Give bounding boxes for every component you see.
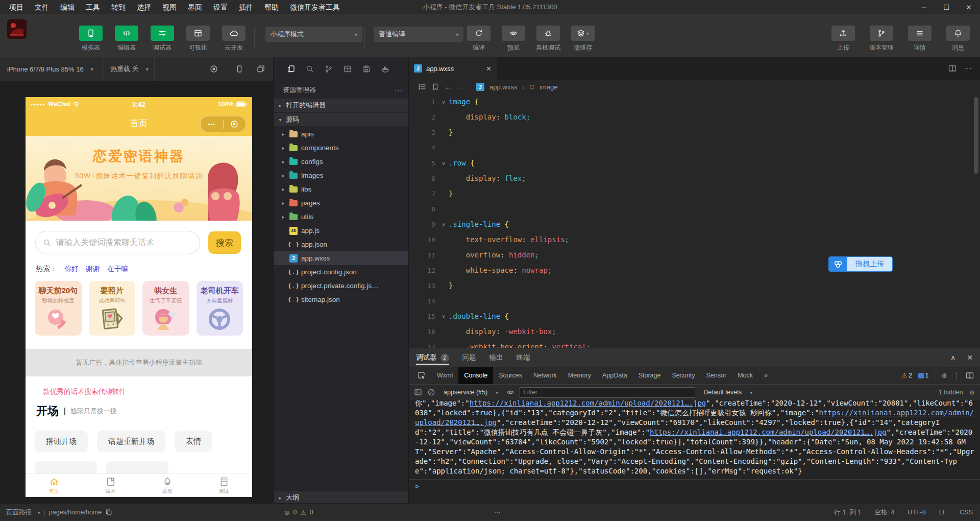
menu-item-9[interactable]: 插件 xyxy=(234,0,258,14)
messages-button[interactable]: 消息 xyxy=(942,26,974,52)
file-app.json[interactable]: {﹒}app.json xyxy=(274,238,409,251)
sidebar-toggle-icon[interactable] xyxy=(414,388,422,396)
console-link[interactable]: https://xinlianai.app1212.com/admin/uplo… xyxy=(470,400,706,407)
clear-cache-button[interactable]: ▾清缓存 xyxy=(568,26,598,52)
fold-chevron-icon[interactable]: ∨ xyxy=(438,222,449,227)
refresh-icon[interactable] xyxy=(185,63,196,75)
code-line-2[interactable]: 2 display: block; xyxy=(409,109,980,125)
menu-item-10[interactable]: 帮助 xyxy=(259,0,284,14)
menu-item-7[interactable]: 界面 xyxy=(183,0,207,14)
multi-window-icon[interactable] xyxy=(255,63,266,75)
code-line-13[interactable]: 13} xyxy=(409,278,980,293)
project-logo[interactable] xyxy=(7,19,27,39)
execution-context-select[interactable]: appservice (#5) ▾ xyxy=(440,388,501,397)
inspect-icon[interactable] xyxy=(412,367,431,384)
close-button[interactable]: ✕ xyxy=(958,0,980,14)
indent-setting[interactable]: 空格: 4 xyxy=(874,508,894,517)
kebab-menu-icon[interactable]: ⋮ xyxy=(953,372,960,380)
exit-miniprogram-button[interactable] xyxy=(224,116,246,132)
rotate-device-icon[interactable] xyxy=(234,63,245,75)
bookmark-icon[interactable] xyxy=(431,83,439,91)
file-project.private.config.js[interactable]: {﹒}project.private.config.js… xyxy=(274,279,409,293)
menu-item-5[interactable]: 选择 xyxy=(132,0,156,14)
split-editor-icon[interactable] xyxy=(948,64,957,73)
page-path-select[interactable]: 页面路径 ▾ xyxy=(6,508,40,517)
compile-mode-select[interactable]: 普通编译 ▾ xyxy=(374,27,463,42)
breadcrumb-symbol[interactable]: image xyxy=(540,83,557,91)
eol[interactable]: LF xyxy=(939,509,947,516)
category-card-3[interactable]: 老司机开车方向盘握好 xyxy=(197,281,243,336)
hot-link-2[interactable]: 在干嘛 xyxy=(107,265,129,274)
devtools-tab-wxml[interactable]: Wxml xyxy=(431,367,458,384)
debugger-tab-output[interactable]: 输出 xyxy=(489,348,503,367)
cursor-position[interactable]: 行 1, 列 1 xyxy=(835,508,862,517)
hot-reload-toggle[interactable]: 热重载 关 ▾ xyxy=(110,57,149,81)
compile-button[interactable]: 编译 xyxy=(463,26,494,52)
code-line-3[interactable]: 3} xyxy=(409,125,980,140)
collapse-panel-icon[interactable]: ∧ xyxy=(950,353,955,362)
file-utils[interactable]: ▸utils xyxy=(274,210,409,224)
live-expression-icon[interactable] xyxy=(506,388,514,396)
grid-icon[interactable] xyxy=(344,65,352,73)
phone-tab-scripts[interactable]: 话术 xyxy=(82,474,139,497)
more-actions-icon[interactable]: ··· xyxy=(395,86,403,94)
menu-item-3[interactable]: 工具 xyxy=(81,0,105,14)
code-line-7[interactable]: 7} xyxy=(409,186,980,201)
tab-app-wxss[interactable]: 3 app.wxss ✕ xyxy=(409,57,497,80)
menu-item-6[interactable]: 视图 xyxy=(157,0,182,14)
file-project.config.json[interactable]: {﹒}project.config.json xyxy=(274,265,409,279)
remote-debug-button[interactable]: 真机调试 xyxy=(533,26,564,52)
file-configs[interactable]: ▸configs xyxy=(274,155,409,169)
menu-item-1[interactable]: 文件 xyxy=(30,0,54,14)
code-line-4[interactable]: 4 xyxy=(409,140,980,155)
close-icon[interactable]: ✕ xyxy=(486,65,492,73)
devtools-tab-appdata[interactable]: AppData xyxy=(597,367,633,384)
file-apis[interactable]: ▸apis xyxy=(274,127,409,141)
code-line-10[interactable]: 10 text-overflow: ellipsis; xyxy=(409,232,980,247)
search-icon[interactable] xyxy=(306,65,314,73)
code-line-5[interactable]: 5∨.row { xyxy=(409,155,980,171)
language-mode[interactable]: CSS xyxy=(960,509,973,516)
phone-tab-home[interactable]: 首页 xyxy=(26,474,82,497)
devtools-tab-sensor[interactable]: Sensor xyxy=(701,367,732,384)
code-line-12[interactable]: 12 white-space: nowrap; xyxy=(409,263,980,278)
editor-button[interactable]: 编辑器 xyxy=(111,26,142,52)
log-levels-select[interactable]: Default levels ▾ xyxy=(700,388,755,397)
debugger-tab-terminal[interactable]: 终端 xyxy=(517,348,530,367)
editor-scrollbar[interactable] xyxy=(974,97,978,174)
devtools-tab-sources[interactable]: Sources xyxy=(493,367,528,384)
code-line-8[interactable]: 8 xyxy=(409,201,980,217)
file-libs[interactable]: ▸libs xyxy=(274,182,409,196)
file-components[interactable]: ▸components xyxy=(274,141,409,155)
file-sitemap.json[interactable]: {﹒}sitemap.json xyxy=(274,293,409,306)
file-app.wxss[interactable]: 3app.wxss xyxy=(274,251,409,265)
console-filter-input[interactable] xyxy=(520,387,695,398)
menu-item-2[interactable]: 编辑 xyxy=(55,0,80,14)
more-actions-icon[interactable]: ··· xyxy=(494,504,501,521)
copy-icon[interactable] xyxy=(105,509,112,516)
code-line-17[interactable]: 17 -webkit-box-orient: vertical; xyxy=(409,339,980,348)
visualization-button[interactable]: 可视化 xyxy=(183,26,213,52)
preview-button[interactable]: 预览 xyxy=(498,26,529,52)
minimize-button[interactable]: ─ xyxy=(913,0,935,14)
clear-console-icon[interactable] xyxy=(427,388,435,396)
devtools-tab-network[interactable]: Network xyxy=(528,367,562,384)
outline-list-icon[interactable] xyxy=(418,83,426,91)
quick-button-0[interactable]: 搭讪开场 xyxy=(35,431,88,452)
console-prompt[interactable]: > xyxy=(409,480,980,493)
devtools-settings-icon[interactable]: ⚙ xyxy=(941,372,947,380)
file-images[interactable]: ▸images xyxy=(274,169,409,182)
breadcrumb-file[interactable]: app.wxss xyxy=(489,83,517,91)
console-settings-icon[interactable]: ⚙ xyxy=(969,389,975,396)
source-section[interactable]: ▾ 源码 xyxy=(274,113,409,126)
back-arrow-icon[interactable]: ← xyxy=(445,83,452,91)
menu-item-4[interactable]: 转到 xyxy=(106,0,131,14)
menu-item-8[interactable]: 设置 xyxy=(208,0,233,14)
files-icon[interactable] xyxy=(287,65,295,73)
category-card-2[interactable]: 哄女生生气了不要慌 xyxy=(142,281,189,336)
more-actions-icon[interactable]: ··· xyxy=(964,64,972,73)
debugger-button[interactable]: 调试器 xyxy=(147,26,178,52)
code-line-16[interactable]: 16 display: -webkit-box; xyxy=(409,324,980,339)
details-button[interactable]: 详情 xyxy=(903,26,936,52)
file-app.js[interactable]: JSapp.js xyxy=(274,224,409,238)
